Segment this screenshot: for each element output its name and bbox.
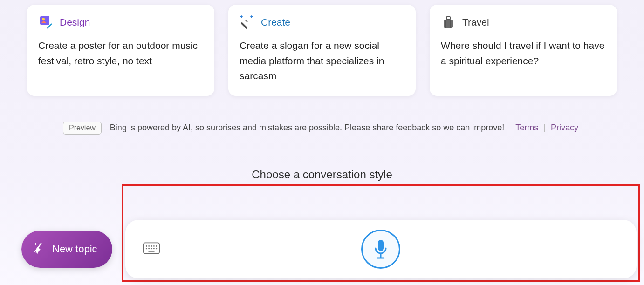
suggestion-card-design[interactable]: Design Create a poster for an outdoor mu… (27, 5, 214, 96)
svg-point-14 (148, 248, 150, 249)
svg-rect-2 (240, 22, 248, 29)
svg-point-1 (42, 18, 45, 20)
svg-rect-19 (378, 240, 384, 251)
chat-input-box[interactable] (125, 220, 637, 278)
disclaimer-row: Preview Bing is powered by AI, so surpri… (0, 122, 644, 135)
suggestion-card-create[interactable]: Create Create a slogan for a new social … (228, 5, 416, 96)
card-prompt: Create a poster for an outdoor music fes… (38, 38, 203, 68)
card-prompt: Create a slogan for a new social media p… (240, 38, 404, 84)
card-prompt: Where should I travel if I want to have … (441, 38, 606, 68)
card-category: Design (60, 17, 90, 28)
svg-rect-18 (148, 251, 154, 252)
separator: | (543, 123, 546, 132)
microphone-button[interactable] (361, 230, 400, 269)
suitcase-icon (441, 15, 456, 30)
new-topic-button[interactable]: New topic (21, 231, 112, 268)
svg-point-10 (151, 245, 152, 247)
new-topic-label: New topic (52, 243, 97, 255)
privacy-link[interactable]: Privacy (551, 123, 578, 132)
svg-rect-0 (40, 16, 49, 25)
svg-rect-3 (446, 17, 450, 20)
svg-rect-6 (450, 20, 451, 28)
svg-point-11 (153, 245, 155, 247)
svg-point-9 (148, 245, 150, 247)
suggestion-card-travel[interactable]: Travel Where should I travel if I want t… (430, 5, 617, 96)
svg-point-13 (145, 248, 147, 249)
microphone-icon (373, 239, 389, 259)
conversation-style-heading: Choose a conversation style (0, 168, 644, 181)
preview-badge: Preview (63, 122, 102, 135)
design-icon (38, 15, 53, 30)
wand-icon (240, 15, 254, 30)
suggestion-cards: Design Create a poster for an outdoor mu… (0, 0, 644, 96)
terms-link[interactable]: Terms (515, 123, 538, 132)
broom-icon (34, 242, 46, 257)
card-category: Create (261, 17, 290, 28)
svg-rect-4 (444, 20, 453, 28)
svg-point-16 (153, 248, 155, 249)
keyboard-icon[interactable] (143, 242, 160, 257)
svg-point-15 (151, 248, 152, 249)
svg-point-8 (145, 245, 147, 247)
svg-rect-5 (445, 20, 446, 28)
card-category: Travel (462, 17, 489, 28)
svg-point-17 (156, 248, 157, 249)
disclaimer-text: Bing is powered by AI, so surprises and … (110, 123, 504, 133)
compose-row: New topic (0, 220, 644, 278)
svg-point-12 (156, 245, 157, 247)
